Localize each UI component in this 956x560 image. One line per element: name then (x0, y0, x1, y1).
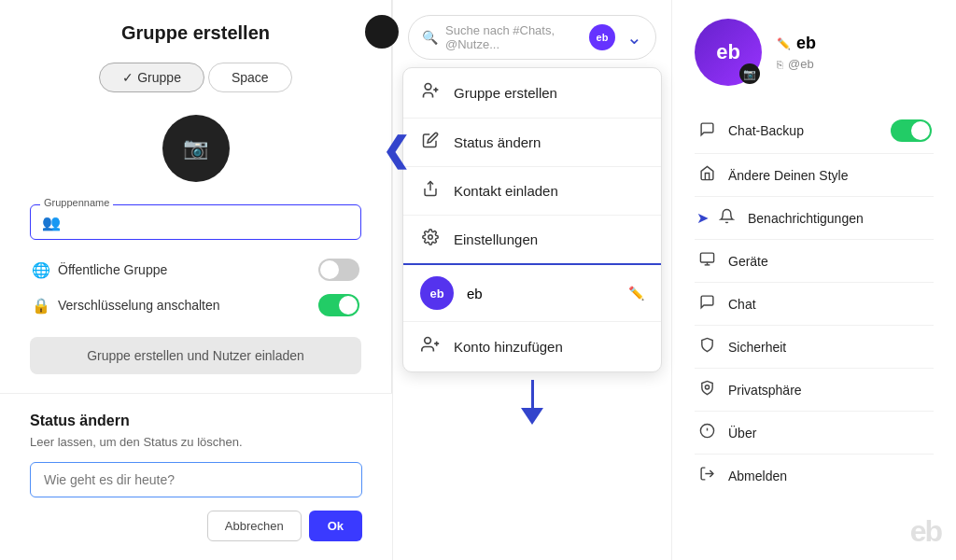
info-icon (696, 423, 717, 442)
arrow-down-icon (521, 408, 543, 425)
search-input-text[interactable]: Suche nach #Chats, @Nutze... (445, 23, 582, 51)
public-group-toggle[interactable] (318, 259, 359, 281)
settings-item-chat-backup[interactable]: Chat-Backup (695, 108, 934, 154)
settings-item-benachrichtigungen[interactable]: ➤ Benachrichtigungen (695, 197, 934, 240)
svg-point-4 (429, 235, 433, 240)
shield-icon (696, 337, 717, 357)
settings-item-style[interactable]: Ändere Deinen Style (695, 154, 934, 197)
chat-label: Chat (728, 297, 932, 312)
logo-watermark: eb (910, 514, 941, 549)
edit-user-icon[interactable]: ✏️ (628, 286, 644, 301)
ok-button[interactable]: Ok (309, 511, 362, 541)
big-arrow-container (393, 380, 671, 425)
group-name-label: Gruppenname (40, 197, 113, 208)
svg-rect-8 (700, 253, 713, 262)
status-hint: Leer lassen, um den Status zu löschen. (30, 435, 362, 449)
eb-avatar: eb (420, 276, 454, 310)
create-group-button[interactable]: Gruppe erstellen und Nutzer einladen (30, 337, 361, 374)
profile-avatar-wrap: eb 📷 (695, 19, 762, 86)
abmelden-label: Abmelden (728, 469, 932, 483)
cancel-button[interactable]: Abbrechen (207, 511, 302, 541)
encryption-toggle[interactable] (318, 294, 359, 316)
chat-backup-toggle-thumb (911, 121, 930, 140)
profile-header: eb 📷 ✏️ eb ⎘ @eb (695, 19, 934, 86)
dropdown-item-kontakt[interactable]: Kontakt einladen (403, 167, 661, 216)
eb-name: eb (467, 286, 615, 301)
privatsphaere-label: Privatsphäre (728, 383, 932, 398)
public-group-label: Öffentliche Gruppe (58, 262, 167, 277)
settings-item-sicherheit[interactable]: Sicherheit (695, 326, 934, 369)
dropdown-user-item[interactable]: eb eb ✏️ (403, 265, 661, 322)
svg-point-11 (705, 385, 709, 389)
logout-icon (696, 466, 717, 485)
avatar-upload-area: 📷 (30, 115, 361, 182)
settings-list: Chat-Backup Ändere Deinen Style ➤ (695, 108, 934, 497)
user-avatar-top[interactable] (365, 15, 399, 49)
sicherheit-label: Sicherheit (728, 340, 932, 355)
tab-gruppe[interactable]: ✓ Gruppe (99, 63, 204, 92)
person-add-icon (420, 335, 441, 358)
tab-space[interactable]: Space (208, 63, 292, 92)
dropdown-item-konto[interactable]: Konto hinzufügen (403, 322, 661, 371)
geraete-label: Geräte (728, 254, 932, 269)
settings-item-geraete[interactable]: Geräte (695, 240, 934, 283)
dropdown-label-status: Status ändern (454, 134, 541, 150)
share-icon (420, 180, 441, 202)
profile-handle-text: @eb (788, 57, 814, 71)
user-avatar-badge[interactable]: eb (589, 24, 615, 50)
pencil-icon (420, 132, 441, 153)
dropdown-label-gruppe: Gruppe erstellen (454, 85, 557, 101)
privacy-icon (696, 380, 717, 399)
lock-icon: 🔒 (32, 297, 50, 315)
panel-title: Gruppe erstellen (30, 22, 361, 44)
profile-camera-icon[interactable]: 📷 (739, 63, 760, 84)
gruppe-erstellen-panel: Gruppe erstellen ✓ Gruppe Space 📷 Gruppe… (0, 0, 392, 560)
dropdown-label-konto: Konto hinzufügen (454, 339, 563, 355)
people-icon: 👥 (42, 214, 61, 231)
tab-row: ✓ Gruppe Space (30, 63, 361, 92)
search-bar: 🔍 Suche nach #Chats, @Nutze... eb ⌄ (408, 15, 656, 60)
settings-item-abmelden[interactable]: Abmelden (695, 455, 934, 497)
profile-edit-pencil: ✏️ (777, 37, 791, 50)
group-name-input-group: Gruppenname 👥 (30, 204, 361, 240)
toggle-thumb (320, 260, 339, 279)
chat-icon (696, 294, 717, 314)
public-group-row: 🌐 Öffentliche Gruppe (30, 259, 361, 281)
benachrichtigungen-label: Benachrichtigungen (748, 211, 932, 226)
profile-name-row: ✏️ eb (777, 34, 816, 53)
left-arrow-icon: ❮ (382, 131, 410, 170)
style-icon (696, 165, 717, 185)
avatar-upload-button[interactable]: 📷 (162, 115, 230, 182)
monitor-icon (696, 251, 717, 271)
encryption-row: 🔒 Verschlüsselung anschalten (30, 294, 361, 316)
settings-item-chat[interactable]: Chat (695, 283, 934, 326)
settings-item-privatsphaere[interactable]: Privatsphäre (695, 369, 934, 412)
chat-backup-toggle[interactable] (891, 119, 932, 142)
search-icon: 🔍 (422, 30, 438, 45)
copy-icon: ⎘ (777, 59, 783, 70)
arrow-line (531, 380, 534, 408)
style-label: Ändere Deinen Style (728, 168, 932, 183)
dropdown-item-status[interactable]: Status ändern (403, 119, 661, 167)
checkmark-icon: ✓ (122, 70, 137, 85)
camera-icon: 📷 (183, 136, 208, 161)
status-input[interactable] (30, 462, 362, 497)
status-title: Status ändern (30, 413, 362, 429)
profile-handle: ⎘ @eb (777, 57, 816, 71)
chat-backup-label: Chat-Backup (728, 123, 879, 138)
toggle-thumb-2 (339, 296, 358, 315)
chevron-down-icon[interactable]: ⌄ (626, 26, 642, 49)
encryption-label: Verschlüsselung anschalten (58, 298, 220, 313)
svg-point-0 (425, 84, 431, 91)
ueber-label: Über (728, 426, 932, 441)
profile-name-wrap: ✏️ eb ⎘ @eb (777, 34, 816, 71)
settings-panel: eb 📷 ✏️ eb ⎘ @eb (672, 0, 956, 560)
dropdown-menu: Gruppe erstellen Status ändern (402, 67, 662, 372)
group-name-input[interactable] (68, 216, 349, 231)
middle-panel: ❮ 🔍 Suche nach #Chats, @Nutze... eb ⌄ Gr… (392, 0, 672, 560)
settings-item-ueber[interactable]: Über (695, 412, 934, 455)
cloud-icon (696, 121, 717, 141)
dropdown-item-einstellungen[interactable]: Einstellungen (403, 216, 661, 265)
dropdown-label-einstellungen: Einstellungen (454, 231, 538, 247)
dropdown-item-gruppe-erstellen[interactable]: Gruppe erstellen (403, 68, 661, 119)
